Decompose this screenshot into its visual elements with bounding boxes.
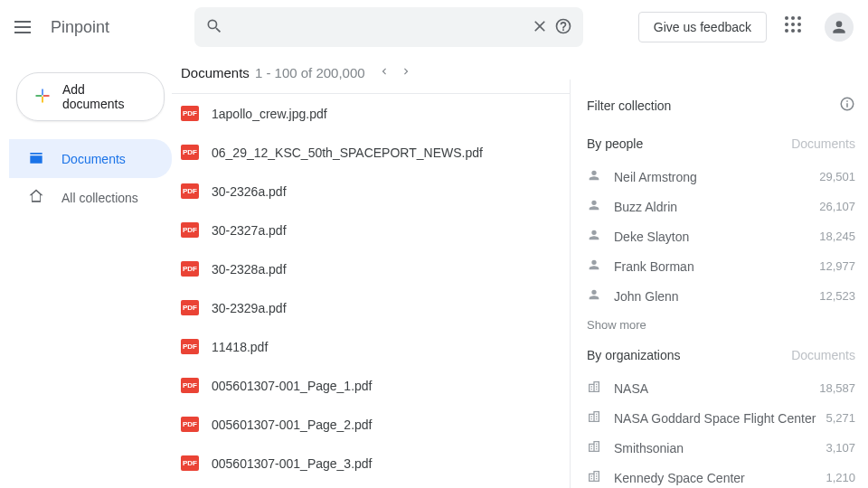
sidebar-item-documents[interactable]: Documents xyxy=(9,139,172,178)
feedback-button[interactable]: Give us feedback xyxy=(638,12,767,42)
document-name: 30-2329a.pdf xyxy=(212,301,287,315)
documents-header: Documents 1 - 100 of 200,000 xyxy=(181,54,570,93)
document-name: 30-2326a.pdf xyxy=(212,184,287,199)
documents-icon xyxy=(27,148,45,169)
filter-item-name: NASA xyxy=(614,381,819,396)
filter-item-name: Buzz Aldrin xyxy=(614,200,819,214)
sidebar-item-label: Documents xyxy=(61,152,126,166)
sidebar: Add documents Documents All collections xyxy=(0,54,181,488)
document-row[interactable]: PDF11418.pdf xyxy=(181,327,570,366)
filter-item-name: NASA Goddard Space Flight Center xyxy=(614,411,826,426)
filter-org-row[interactable]: Kennedy Space Center1,210 xyxy=(587,463,855,488)
filter-person-row[interactable]: Deke Slayton18,245 xyxy=(587,221,855,251)
document-row[interactable]: PDF30-2327a.pdf xyxy=(181,211,570,249)
filter-item-count: 5,271 xyxy=(826,411,855,425)
person-icon xyxy=(587,198,601,215)
info-icon[interactable] xyxy=(839,96,855,115)
filter-org-row[interactable]: NASA18,587 xyxy=(587,373,855,403)
filter-item-name: Neil Armstrong xyxy=(614,170,819,184)
document-name: 1apollo_crew.jpg.pdf xyxy=(212,107,327,121)
filter-item-name: Frank Borman xyxy=(614,259,819,274)
pager xyxy=(378,65,412,80)
plus-icon xyxy=(33,87,52,108)
filter-item-count: 3,107 xyxy=(826,441,855,455)
person-icon xyxy=(587,228,601,245)
sidebar-item-label: All collections xyxy=(61,191,138,205)
documents-title: Documents xyxy=(181,65,250,80)
pdf-icon: PDF xyxy=(181,183,199,199)
pdf-icon: PDF xyxy=(181,455,199,471)
filter-item-name: Kennedy Space Center xyxy=(614,471,826,485)
filter-person-row[interactable]: Neil Armstrong29,501 xyxy=(587,162,855,192)
document-name: 005601307-001_Page_1.pdf xyxy=(212,379,373,393)
filter-person-row[interactable]: Buzz Aldrin26,107 xyxy=(587,192,855,221)
pdf-icon: PDF xyxy=(181,145,199,160)
filter-item-count: 12,977 xyxy=(819,259,855,273)
organization-icon xyxy=(587,469,601,486)
add-documents-button[interactable]: Add documents xyxy=(16,72,165,121)
filter-orgs-doclabel: Documents xyxy=(791,348,855,362)
apps-icon[interactable] xyxy=(785,16,807,38)
search-input[interactable] xyxy=(223,20,525,35)
filter-item-name: Smithsonian xyxy=(614,441,826,455)
filter-orgs-label: By organizations xyxy=(587,348,681,362)
organization-icon xyxy=(587,439,601,456)
home-icon xyxy=(27,187,45,208)
document-row[interactable]: PDF005601307-001_Page_3.pdf xyxy=(181,444,570,483)
filter-panel: Filter collection By people Documents Ne… xyxy=(570,80,868,488)
filter-person-row[interactable]: Frank Borman12,977 xyxy=(587,251,855,281)
document-row[interactable]: PDF06_29_12_KSC_50th_SPACEPORT_NEWS.pdf xyxy=(181,133,570,172)
prev-page-icon[interactable] xyxy=(378,65,391,80)
document-row[interactable]: PDF30-2326a.pdf xyxy=(181,172,570,211)
pdf-icon: PDF xyxy=(181,378,199,393)
filter-people-label: By people xyxy=(587,136,643,151)
filter-org-row[interactable]: NASA Goddard Space Flight Center5,271 xyxy=(587,403,855,433)
header-actions: Give us feedback xyxy=(638,12,854,42)
document-name: 11418.pdf xyxy=(212,340,268,354)
clear-search-icon[interactable] xyxy=(531,17,549,38)
pdf-icon: PDF xyxy=(181,417,199,432)
filter-item-count: 29,501 xyxy=(819,170,855,183)
filter-orgs-header: By organizations Documents xyxy=(587,348,855,362)
person-icon xyxy=(587,287,601,305)
pdf-icon: PDF xyxy=(181,300,199,315)
organization-icon xyxy=(587,409,601,427)
document-row[interactable]: PDF005601307-001_Page_1.pdf xyxy=(181,366,570,405)
filter-person-row[interactable]: John Glenn12,523 xyxy=(587,281,855,311)
document-list-column: Documents 1 - 100 of 200,000 PDF1apollo_… xyxy=(181,54,570,488)
help-icon[interactable] xyxy=(554,17,572,38)
person-icon xyxy=(587,258,601,275)
person-icon xyxy=(587,168,601,185)
filter-item-count: 18,587 xyxy=(819,381,855,395)
filter-people-doclabel: Documents xyxy=(791,136,855,151)
organization-icon xyxy=(587,380,601,397)
next-page-icon[interactable] xyxy=(400,65,412,80)
filter-item-count: 12,523 xyxy=(819,289,855,303)
add-documents-label: Add documents xyxy=(62,82,147,111)
document-name: 005601307-001_Page_2.pdf xyxy=(212,418,373,432)
document-row[interactable]: PDF30-2329a.pdf xyxy=(181,288,570,327)
document-row[interactable]: PDF005601307-001_Page_2.pdf xyxy=(181,405,570,444)
sidebar-item-all-collections[interactable]: All collections xyxy=(9,178,172,217)
brand-label: Pinpoint xyxy=(51,18,109,37)
filter-item-name: John Glenn xyxy=(614,289,819,304)
show-more-people[interactable]: Show more xyxy=(587,311,855,348)
menu-icon[interactable] xyxy=(14,16,36,38)
document-row[interactable]: PDF30-2328a.pdf xyxy=(181,249,570,288)
filter-title: Filter collection xyxy=(587,99,671,113)
document-row[interactable]: PDF1apollo_crew.jpg.pdf xyxy=(181,94,570,133)
pdf-icon: PDF xyxy=(181,261,199,277)
filter-item-count: 18,245 xyxy=(819,230,855,243)
filter-org-row[interactable]: Smithsonian3,107 xyxy=(587,433,855,463)
document-name: 30-2327a.pdf xyxy=(212,223,287,238)
app-header: Pinpoint Give us feedback xyxy=(0,0,868,54)
account-avatar[interactable] xyxy=(825,13,854,42)
filter-item-name: Deke Slayton xyxy=(614,230,819,244)
filter-item-count: 26,107 xyxy=(819,200,855,213)
filter-header: Filter collection xyxy=(587,96,855,115)
search-bar[interactable] xyxy=(194,7,583,47)
document-name: 06_29_12_KSC_50th_SPACEPORT_NEWS.pdf xyxy=(212,145,483,160)
document-name: 005601307-001_Page_3.pdf xyxy=(212,456,373,471)
filter-people-header: By people Documents xyxy=(587,136,855,151)
pdf-icon: PDF xyxy=(181,339,199,354)
